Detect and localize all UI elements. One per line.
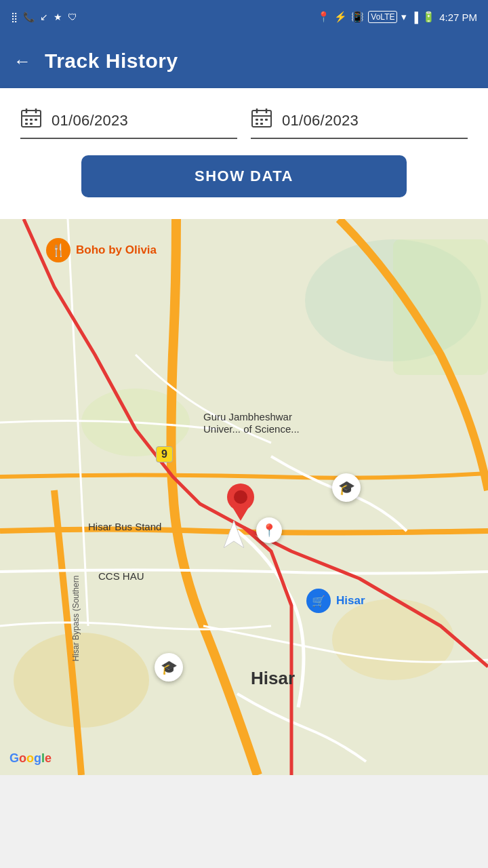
page-title: Track History: [45, 50, 178, 73]
phone-icon: 📞: [23, 12, 35, 22]
location-icon: 📍: [317, 11, 330, 23]
college-icon-bottom: 🎓: [155, 653, 183, 682]
map-container[interactable]: 🍴 Boho by Olivia 9 Guru Jambheshwar Univ…: [0, 219, 488, 775]
svg-rect-13: [256, 119, 258, 121]
hisar-bus-stand-poi: Hisar Bus Stand: [88, 521, 161, 533]
svg-point-25: [234, 490, 247, 504]
road-badge-9: 9: [156, 446, 173, 462]
guru-univ-poi: Guru Jambheshwar Univer... of Science...: [203, 411, 300, 435]
svg-marker-26: [232, 507, 249, 521]
end-date-field[interactable]: 01/06/2023: [251, 107, 468, 139]
univ-icon: 🎓: [332, 473, 361, 502]
svg-rect-17: [260, 123, 263, 125]
hisar-bus-label: Hisar Bus Stand: [88, 521, 161, 532]
svg-rect-7: [25, 123, 28, 125]
red-square-label: Hisar: [336, 594, 365, 608]
app-bar: ← Track History: [0, 34, 488, 88]
google-logo: Google: [9, 751, 52, 766]
time-display: 4:27 PM: [439, 12, 477, 23]
svg-rect-4: [25, 119, 28, 121]
svg-rect-16: [256, 123, 258, 125]
shield-icon: 🛡: [68, 12, 77, 22]
guru-label: Guru Jambheshwar: [203, 411, 292, 422]
svg-marker-27: [224, 521, 244, 548]
status-left-icons: ⣿ 📞 ↙ ★ 🛡: [11, 12, 77, 22]
svg-rect-15: [265, 119, 268, 121]
svg-rect-6: [35, 119, 37, 121]
direction-arrow: [224, 521, 244, 551]
svg-rect-14: [260, 119, 263, 121]
ccs-label: CCS HAU: [98, 570, 144, 582]
bus-stand-icon: 📍: [256, 517, 282, 543]
bypass-label: Hisar Bypass (Southern: [69, 576, 81, 662]
back-button[interactable]: ←: [14, 52, 31, 70]
guru-label2: Univer... of Science...: [203, 423, 300, 435]
start-date-value: 01/06/2023: [52, 112, 128, 130]
end-calendar-icon: [251, 107, 272, 134]
location-pin: [227, 484, 254, 524]
end-date-value: 01/06/2023: [282, 112, 359, 130]
status-bar: ⣿ 📞 ↙ ★ 🛡 📍 ⚡ 📳 VoLTE ▾ ▐ 🔋 4:27 PM: [0, 0, 488, 34]
missed-call-icon: ↙: [40, 12, 48, 22]
boho-label: Boho by Olivia: [76, 243, 157, 257]
start-calendar-icon: [20, 107, 42, 134]
star-icon: ★: [54, 12, 62, 22]
filter-card: 01/06/2023 01/06/2023 SHOW DATA: [0, 88, 488, 219]
show-data-button[interactable]: SHOW DATA: [81, 155, 407, 197]
vibrate-icon: 📳: [351, 11, 364, 23]
svg-rect-5: [30, 119, 33, 121]
date-row: 01/06/2023 01/06/2023: [20, 107, 468, 139]
red-square-poi: 🛒 Hisar: [306, 589, 365, 613]
status-right-icons: 📍 ⚡ 📳 VoLTE ▾ ▐ 🔋 4:27 PM: [317, 11, 477, 23]
hisar-label: Hisar: [251, 668, 295, 688]
bluetooth-icon: ⚡: [334, 11, 347, 23]
ccs-hau-poi: CCS HAU: [98, 570, 144, 583]
hisar-city-label: Hisar: [251, 668, 295, 689]
battery-icon: 🔋: [422, 11, 435, 23]
boho-poi: 🍴 Boho by Olivia: [46, 238, 157, 262]
start-date-field[interactable]: 01/06/2023: [20, 107, 237, 139]
wifi-icon: ▾: [401, 11, 407, 23]
menu-icon: ⣿: [11, 12, 18, 22]
signal-icon: ▐: [411, 12, 418, 23]
volte-label: VoLTE: [368, 11, 397, 23]
svg-rect-8: [30, 123, 33, 125]
